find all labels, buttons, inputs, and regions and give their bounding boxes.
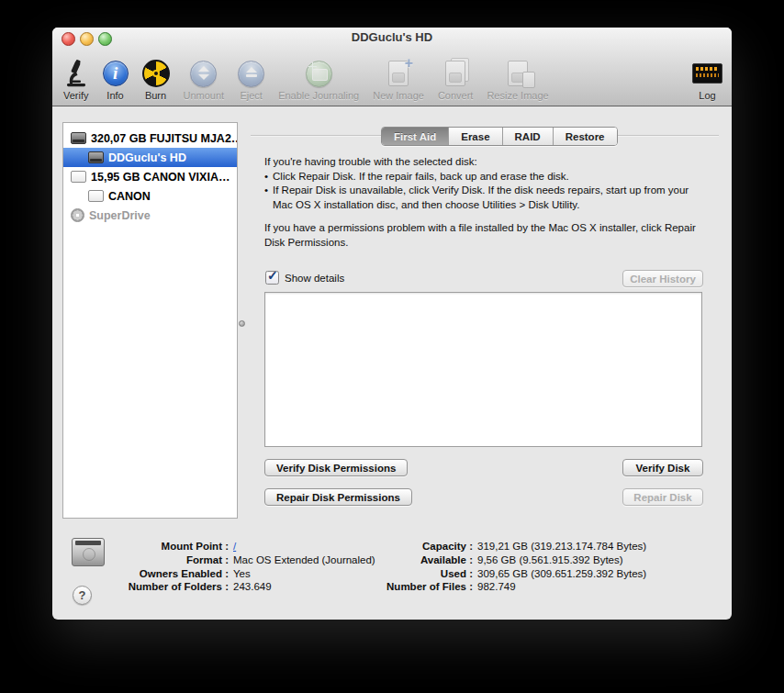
checkmark-icon: ✓ bbox=[267, 268, 278, 283]
toolbar-label: Verify bbox=[63, 90, 89, 101]
question-mark-icon: ? bbox=[79, 588, 86, 602]
window-chrome: DDGuclu's HD bbox=[52, 28, 732, 106]
instructions-intro: If you're having trouble with the select… bbox=[264, 155, 709, 170]
details-output-area[interactable] bbox=[264, 292, 702, 447]
disk-utility-window: DDGuclu's HD bbox=[52, 28, 732, 620]
sidebar-item-superdrive[interactable]: SuperDrive bbox=[63, 206, 237, 225]
sidebar-item-label: CANON bbox=[108, 190, 151, 203]
device-list: 320,07 GB FUJITSU MJA2… DDGuclu's HD 15,… bbox=[62, 122, 238, 519]
enable-journaling-toolbar-button: Enable Journaling bbox=[278, 59, 359, 101]
volume-icon bbox=[88, 151, 104, 163]
verify-toolbar-button[interactable]: Verify bbox=[63, 59, 89, 101]
enable-journaling-icon bbox=[306, 59, 332, 88]
clear-history-button[interactable]: Clear History bbox=[622, 270, 703, 287]
tab-first-aid[interactable]: First Aid bbox=[382, 128, 449, 145]
window-title: DDGuclu's HD bbox=[52, 30, 732, 44]
toolbar-label: Unmount bbox=[184, 90, 225, 101]
toolbar: Verify i Info Burn bbox=[52, 50, 732, 104]
repair-disk-button[interactable]: Repair Disk bbox=[622, 488, 703, 506]
optical-drive-icon bbox=[71, 208, 84, 222]
info-icon: i bbox=[103, 59, 129, 88]
info-row-capacity: Capacity : 319,21 GB (319.213.174.784 By… bbox=[328, 540, 646, 553]
microscope-icon bbox=[64, 59, 88, 88]
external-volume-icon bbox=[88, 190, 104, 202]
burn-toolbar-button[interactable]: Burn bbox=[142, 59, 170, 101]
convert-toolbar-button: Convert bbox=[438, 59, 474, 101]
sidebar-item-label: 320,07 GB FUJITSU MJA2… bbox=[91, 132, 238, 145]
convert-icon bbox=[445, 59, 465, 88]
info-toolbar-button[interactable]: i Info bbox=[103, 59, 129, 101]
toolbar-label: New Image bbox=[373, 90, 424, 101]
toolbar-label: Log bbox=[699, 90, 715, 101]
show-details-label: Show details bbox=[285, 273, 344, 284]
resize-image-icon bbox=[508, 59, 528, 88]
split-view-handle[interactable] bbox=[239, 320, 245, 327]
toolbar-label: Burn bbox=[145, 90, 166, 101]
tab-erase[interactable]: Erase bbox=[449, 128, 502, 145]
sidebar-item-canon-disk[interactable]: 15,95 GB CANON VIXIA… bbox=[63, 167, 237, 186]
tab-raid[interactable]: RAID bbox=[503, 128, 554, 145]
sidebar-item-label: DDGuclu's HD bbox=[108, 151, 186, 164]
instruction-bullet: • Click Repair Disk. If the repair fails… bbox=[264, 170, 709, 184]
show-details-control[interactable]: ✓ Show details bbox=[265, 271, 344, 285]
toolbar-label: Enable Journaling bbox=[278, 90, 359, 101]
toolbar-label: Convert bbox=[438, 90, 474, 101]
log-console-icon bbox=[692, 59, 722, 88]
first-aid-instructions: If you're having trouble with the select… bbox=[264, 155, 709, 250]
show-details-checkbox[interactable]: ✓ bbox=[265, 271, 279, 285]
info-row-number-of-files: Number of Files : 982.749 bbox=[328, 580, 646, 594]
log-toolbar-button[interactable]: Log bbox=[692, 59, 722, 101]
titlebar[interactable]: DDGuclu's HD bbox=[52, 28, 732, 48]
permissions-note: If you have a permissions problem with a… bbox=[264, 221, 709, 250]
eject-icon bbox=[238, 59, 264, 88]
verify-disk-permissions-button[interactable]: Verify Disk Permissions bbox=[264, 459, 408, 476]
internal-disk-icon bbox=[71, 132, 86, 144]
info-row-available: Available : 9,56 GB (9.561.915.392 Bytes… bbox=[328, 553, 646, 567]
new-image-toolbar-button: + New Image bbox=[373, 59, 424, 101]
info-row-used: Used : 309,65 GB (309.651.259.392 Bytes) bbox=[328, 567, 646, 581]
bullet-icon: • bbox=[264, 184, 268, 212]
sidebar-item-label: SuperDrive bbox=[89, 209, 151, 222]
verify-disk-button[interactable]: Verify Disk bbox=[622, 459, 703, 476]
eject-toolbar-button: Eject bbox=[238, 59, 264, 101]
bullet-icon: • bbox=[264, 170, 268, 184]
sidebar-item-ddguclu-hd[interactable]: DDGuclu's HD bbox=[63, 148, 237, 167]
sidebar-item-label: 15,95 GB CANON VIXIA… bbox=[91, 171, 230, 184]
external-disk-icon bbox=[71, 171, 86, 183]
resize-image-toolbar-button: Resize Image bbox=[487, 59, 548, 101]
tab-restore[interactable]: Restore bbox=[554, 128, 617, 145]
unmount-toolbar-button: Unmount bbox=[184, 59, 225, 101]
repair-disk-permissions-button[interactable]: Repair Disk Permissions bbox=[264, 488, 412, 506]
new-image-icon: + bbox=[388, 59, 409, 88]
desktop-background: DDGuclu's HD bbox=[0, 0, 784, 693]
toolbar-label: Info bbox=[106, 90, 123, 101]
toolbar-label: Eject bbox=[240, 90, 262, 101]
sidebar-item-fujitsu-disk[interactable]: 320,07 GB FUJITSU MJA2… bbox=[63, 129, 237, 148]
tab-bar: First Aid Erase RAID Restore bbox=[381, 127, 618, 146]
unmount-icon bbox=[190, 59, 217, 88]
burn-icon bbox=[142, 59, 170, 88]
toolbar-label: Resize Image bbox=[487, 90, 548, 101]
mount-point-link[interactable]: / bbox=[233, 540, 236, 553]
sidebar-item-canon-volume[interactable]: CANON bbox=[63, 186, 237, 206]
volume-info-right: Capacity : 319,21 GB (319.213.174.784 By… bbox=[328, 540, 646, 594]
instruction-bullet: • If Repair Disk is unavailable, click V… bbox=[264, 184, 709, 212]
